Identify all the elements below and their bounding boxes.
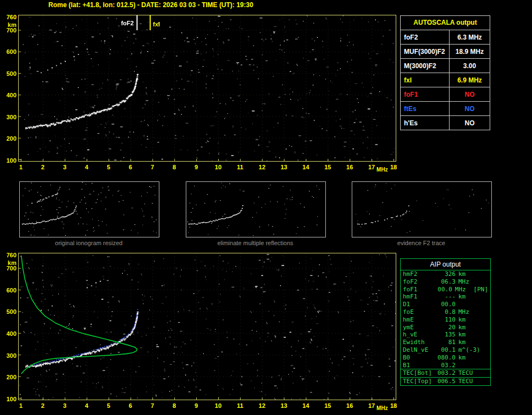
autoscala-row-M(3000)F2: M(3000)F23.00 [401, 59, 490, 73]
aip-label: TEC[Top] [403, 378, 436, 385]
aip-note [478, 369, 488, 377]
aip-label: foF1 [403, 286, 434, 294]
autoscala-row-fxI: fxI6.9 MHz [401, 73, 490, 87]
aip-note [478, 316, 488, 324]
y-tick-200-bottom: 200 [3, 374, 16, 380]
x-tick-12-bottom: 12 [256, 402, 269, 409]
aip-value: 00.0 [436, 301, 458, 308]
aip-note [478, 301, 488, 308]
x-tick-16-bottom: 16 [343, 402, 356, 409]
aip-note [478, 331, 488, 339]
autoscala-table-rows: foF26.3 MHzMUF(3000)F218.9 MHzM(3000)F23… [401, 30, 490, 130]
aip-label: foE [403, 308, 436, 316]
aip-label: DelN_vE [403, 346, 436, 354]
autoscala-row-value: 6.9 MHz [450, 73, 490, 87]
aip-unit: km [458, 339, 478, 346]
x-tick-5-bottom: 5 [102, 402, 115, 409]
aip-note [478, 362, 488, 369]
y-tick-500-top: 500 [3, 70, 16, 77]
x-tick-13-bottom: 13 [278, 402, 291, 409]
aip-tec-rows: TEC[Bot]003.2TECUTEC[Top]006.5TECU [401, 369, 490, 385]
x-tick-10-top: 10 [212, 164, 225, 170]
thumb-eliminate-reflections-canvas [186, 182, 324, 236]
aip-unit: TECU [458, 369, 478, 377]
aip-unit: TECU [458, 378, 478, 385]
autoscala-row-label: foF1 [401, 87, 450, 101]
aip-note [478, 354, 488, 362]
aip-label: h_vE [403, 331, 436, 339]
aip-label: B1 [403, 362, 436, 369]
x-tick-14-top: 14 [299, 164, 312, 170]
aip-panel-title: AIP output [401, 259, 490, 270]
aip-row-foF2: foF206.3MHz [401, 278, 490, 286]
aip-label: hmE [403, 316, 436, 324]
x-tick-7-top: 7 [146, 164, 159, 170]
y-tick-200-top: 200 [3, 135, 16, 142]
y-axis-unit-top: km [3, 21, 16, 28]
aip-value: 110 [436, 316, 458, 324]
aip-label: hmF2 [403, 270, 436, 278]
aip-row-hmF1: hmF1---km [401, 293, 490, 301]
autoscala-row-value: 6.3 MHz [450, 30, 490, 44]
x-tick-10-bottom: 10 [212, 402, 225, 409]
thumb-evidence-f2-trace [352, 181, 492, 237]
y-axis-unit-bottom: km [3, 259, 16, 266]
aip-unit: MHz [458, 308, 478, 316]
y-tick-760-top: 760 [3, 14, 16, 20]
y-tick-100-bottom: 100 [3, 396, 16, 402]
aip-label: Ewidth [403, 339, 436, 346]
aip-unit: km [458, 270, 478, 278]
thumb-caption-eliminate: eliminate multiple reflections [186, 240, 325, 246]
aip-table-rows: hmF2326kmfoF206.3MHzfoF100.0MHz[PN]hmF1-… [401, 270, 490, 369]
autoscala-row-h'Es: h'EsNO [401, 116, 490, 130]
autoscala-row-label: M(3000)F2 [401, 59, 450, 73]
aip-label: D1 [403, 301, 436, 308]
aip-row-D1: D100.0 [401, 301, 490, 308]
x-tick-8-top: 8 [168, 164, 181, 170]
aip-row-TEC[Bot]: TEC[Bot]003.2TECU [401, 369, 490, 377]
x-tick-5-top: 5 [102, 164, 115, 170]
autoscala-row-label: h'Es [401, 116, 450, 130]
x-tick-14-bottom: 14 [299, 402, 312, 409]
aip-value: --- [436, 293, 458, 301]
aip-label: B0 [403, 354, 436, 362]
autoscala-row-ftEs: ftEsNO [401, 102, 490, 116]
aip-row-h_vE: h_vE135km [401, 331, 490, 339]
aip-unit: km [458, 331, 478, 339]
autoscala-row-foF1: foF1NO [401, 87, 490, 102]
x-tick-9-top: 9 [190, 164, 203, 170]
aip-value: 00.0 [434, 286, 455, 294]
x-tick-4-bottom: 4 [80, 402, 93, 409]
autoscala-row-label: ftEs [401, 102, 450, 115]
autoscala-row-foF2: foF26.3 MHz [401, 30, 490, 45]
aip-row-foE: foE0.8MHz [401, 308, 490, 316]
thumb-evidence-f2-trace-canvas [352, 182, 490, 236]
x-tick-8-bottom: 8 [168, 402, 181, 409]
aip-note [478, 346, 488, 354]
aip-row-ymE: ymE20km [401, 324, 490, 331]
y-tick-600-top: 600 [3, 48, 16, 55]
thumb-original-ionogram-canvas [20, 182, 158, 236]
x-axis-unit-top: MHz [376, 167, 388, 173]
aip-value: 080.0 [436, 354, 458, 362]
aip-note [478, 270, 488, 278]
aip-row-hmF2: hmF2326km [401, 270, 490, 278]
x-tick-4-top: 4 [80, 164, 93, 170]
aip-note [478, 339, 488, 346]
aip-row-B1: B103.2 [401, 362, 490, 369]
aip-row-DelN_vE: DelN_vE00.1m^(-3) [401, 346, 490, 354]
x-tick-7-bottom: 7 [146, 402, 159, 409]
autoscala-row-MUF(3000)F2: MUF(3000)F218.9 MHz [401, 45, 490, 59]
aip-value: 326 [436, 270, 458, 278]
x-tick-2-bottom: 2 [36, 402, 49, 409]
y-tick-400-top: 400 [3, 92, 16, 98]
autoscala-row-value: NO [450, 116, 490, 130]
x-tick-9-bottom: 9 [190, 402, 203, 409]
y-tick-500-bottom: 500 [3, 308, 16, 315]
thumb-eliminate-reflections [186, 181, 326, 237]
aip-value: 0.8 [436, 308, 458, 316]
aip-value: 135 [436, 331, 458, 339]
aip-note: [PN] [474, 286, 489, 294]
x-tick-1-top: 1 [14, 164, 27, 170]
aip-note [478, 308, 488, 316]
